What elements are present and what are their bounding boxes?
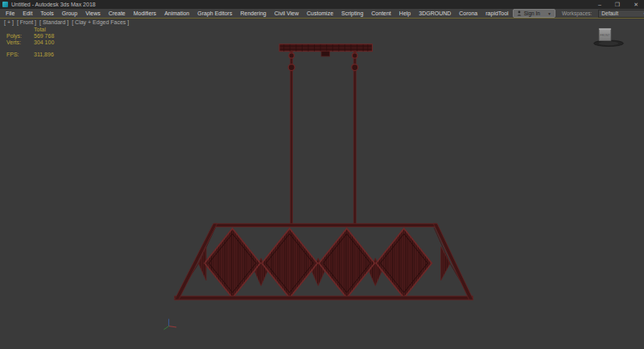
menu-create[interactable]: Create <box>105 10 130 16</box>
menu-tools[interactable]: Tools <box>36 10 57 16</box>
titlebar[interactable]: Untitled - Autodesk 3ds Max 2018 – ❐ ✕ <box>0 0 644 9</box>
menu-file[interactable]: File <box>2 10 19 16</box>
stats-verts-label: Verts: <box>6 39 32 46</box>
workspaces-dropdown[interactable]: Default ▼ <box>598 10 644 18</box>
stats-total-label: Total <box>34 27 54 33</box>
viewcube-face-label: FRONT <box>601 34 610 37</box>
3dsmax-app-icon[interactable] <box>2 2 8 7</box>
menu-group[interactable]: Group <box>58 10 81 16</box>
menu-edit[interactable]: Edit <box>19 10 36 16</box>
close-button[interactable]: ✕ <box>634 0 638 9</box>
window-title: Untitled - Autodesk 3ds Max 2018 <box>11 2 96 7</box>
menu-scripting[interactable]: Scripting <box>337 10 367 16</box>
menu-rendering[interactable]: Rendering <box>236 10 270 16</box>
menu-3dground[interactable]: 3DGROUND <box>415 10 455 16</box>
sign-in-caret-icon: ▼ <box>547 11 551 16</box>
model-chandelier[interactable] <box>175 44 473 300</box>
viewport-canvas[interactable]: FRONT <box>0 19 644 349</box>
viewport-menu-label[interactable]: [ + ] <box>4 19 14 25</box>
menu-graph-editors[interactable]: Graph Editors <box>193 10 236 16</box>
viewport-renderer-label[interactable]: [ Standard ] <box>39 19 68 25</box>
menu-help[interactable]: Help <box>395 10 415 16</box>
viewcube[interactable]: FRONT <box>594 28 624 46</box>
stats-fps-value: 311,896 <box>34 52 54 58</box>
model-diamond-panels <box>204 228 431 297</box>
menu-corona[interactable]: Corona <box>455 10 481 16</box>
user-icon <box>517 10 522 16</box>
menu-civil-view[interactable]: Civil View <box>270 10 303 16</box>
workspaces-value: Default <box>601 10 618 16</box>
viewport-front[interactable]: [ + ] [ Front ] [ Standard ] [ Clay + Ed… <box>0 19 644 349</box>
stats-polys-value: 569 768 <box>34 33 54 39</box>
menubar: File Edit Tools Group Views Create Modif… <box>0 9 644 18</box>
menu-rapidtool[interactable]: rapidTool <box>481 10 512 16</box>
3dsmax-window: Untitled - Autodesk 3ds Max 2018 – ❐ ✕ F… <box>0 0 644 349</box>
menu-animation[interactable]: Animation <box>160 10 193 16</box>
menu-content[interactable]: Content <box>367 10 395 16</box>
stats-polys-label: Polys: <box>6 33 32 39</box>
statistics-overlay: Total Polys: 569 768 Verts: 304 100 FPS:… <box>6 27 54 58</box>
viewport-label-bar: [ + ] [ Front ] [ Standard ] [ Clay + Ed… <box>4 19 129 25</box>
minimize-button[interactable]: – <box>598 0 601 9</box>
world-axis-icon <box>164 319 177 330</box>
menu-customize[interactable]: Customize <box>303 10 337 16</box>
stats-fps-label: FPS: <box>6 52 32 58</box>
workspaces-label: Workspaces: <box>562 10 592 16</box>
maximize-button[interactable]: ❐ <box>615 0 620 9</box>
menu-modifiers[interactable]: Modifiers <box>130 10 160 16</box>
viewport-view-label[interactable]: [ Front ] <box>17 19 36 25</box>
menu-views[interactable]: Views <box>81 10 105 16</box>
sign-in-button[interactable]: Sign In ▼ <box>513 9 555 18</box>
sign-in-label: Sign In <box>524 10 540 16</box>
model-hanging-rods <box>288 52 358 225</box>
stats-verts-value: 304 100 <box>34 39 54 46</box>
viewport-shading-label[interactable]: [ Clay + Edged Faces ] <box>72 19 129 25</box>
